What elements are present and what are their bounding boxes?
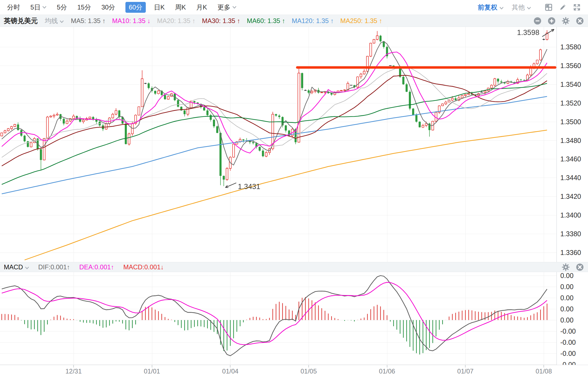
date-tick [465,365,466,368]
macd-chart-canvas[interactable] [0,272,557,365]
ma-legend-item-6: MA250: 1.35 ↑ [340,17,382,25]
toolbar-item-7[interactable]: 周K [175,3,186,12]
forex-chart-app: 分时5日5分15分30分60分日K周K月K更多 前复权 其他 英镑兑美元 均线 … [0,0,588,377]
price-tick-label: 1.3580 [560,43,581,51]
arrow-up-icon: ↑ [67,263,70,271]
toolbar-item-label: 月K [196,3,207,12]
chart-controls [528,17,584,25]
grid-icon[interactable] [545,3,553,11]
arrow-up-icon: ↑ [102,17,106,24]
ma-legend-item-1: MA10: 1.35 ↓ [112,17,150,25]
date-tick-label: 01/07 [457,368,473,375]
price-tick-label: 1.3540 [560,80,581,88]
toolbar-item-2[interactable]: 5分 [57,3,67,12]
macd-stat-1: DEA:0.001↑ [79,263,114,271]
date-tick-label: 01/08 [536,368,552,375]
expand-icon[interactable] [573,3,581,11]
toolbar-item-label: 30分 [101,3,115,12]
date-tick [543,365,544,368]
price-tick-label: 1.3420 [560,193,581,200]
date-tick-label: 01/05 [301,368,317,375]
price-tick-label: 1.3480 [560,136,581,144]
date-axis: 12/3101/0101/0401/0501/0601/0701/08 [0,365,588,377]
other-dropdown[interactable]: 其他 [512,3,531,12]
price-tick-label: 1.3560 [560,62,581,69]
macd-stat-0: DIF:0.001↑ [38,263,70,271]
macd-close-icon[interactable] [576,263,584,271]
date-tick-label: 01/01 [144,368,160,375]
macd-tick-label: 0.00 [560,283,574,291]
minus-icon[interactable] [533,17,542,25]
other-label: 其他 [512,3,525,12]
chevron-down-icon [527,4,531,11]
toolbar-item-label: 日K [154,3,165,12]
price-tick-label: 1.3460 [560,155,581,163]
toolbar-item-label: 60分 [129,3,143,12]
date-tick [73,365,74,368]
arrow-up-icon: ↑ [192,17,195,24]
price-tick-label: 1.3500 [560,118,581,126]
ma-legend-item-0: MA5: 1.35 ↑ [71,17,106,25]
macd-title-label: MACD [4,263,23,271]
chevron-down-icon [500,4,504,11]
toolbar-item-3[interactable]: 15分 [77,3,91,12]
date-tick-label: 01/04 [222,368,238,375]
toolbar-item-label: 5分 [57,3,67,12]
symbol-name: 英镑兑美元 [4,16,38,25]
ma-legend-item-2: MA20: 1.35 ↑ [157,17,195,25]
date-tick [387,365,387,368]
date-tick-label: 01/06 [379,368,395,375]
toolbar-item-5[interactable]: 60分 [125,2,146,13]
toolbar-item-1[interactable]: 5日 [30,3,46,12]
price-axis: 1.35801.35601.35401.35201.35001.34801.34… [557,27,588,262]
ma-legend-bar: 英镑兑美元 均线 MA5: 1.35 ↑MA10: 1.35 ↓MA20: 1.… [0,15,588,27]
macd-values: DIF:0.001↑DEA:0.001↑MACD:0.001↓ [29,263,164,271]
macd-indicator-dropdown[interactable]: MACD [4,263,29,271]
ma-legend-item-5: MA120: 1.35 ↑ [292,17,334,25]
ma-values: MA5: 1.35 ↑MA10: 1.35 ↓MA20: 1.35 ↑MA30:… [71,17,389,25]
price-tick-label: 1.3380 [560,230,581,238]
macd-tick-label: -0.00 [560,327,576,335]
toolbar-item-label: 15分 [77,3,91,12]
plus-icon[interactable] [547,17,556,25]
chevron-down-icon [60,17,64,25]
macd-gear-icon[interactable] [561,263,570,271]
adjust-mode-dropdown[interactable]: 前复权 [478,3,504,12]
arrow-up-icon: ↑ [331,17,334,24]
macd-tick-label: 0.00 [560,305,574,313]
macd-axis: 0.000.000.000.000.00-0.00-0.00-0.00-0.00 [557,272,588,365]
toolbar-item-4[interactable]: 30分 [101,3,115,12]
gear-icon[interactable] [561,17,570,25]
toolbar-item-8[interactable]: 月K [196,3,207,12]
candlestick-chart-canvas[interactable] [0,27,557,262]
close-icon[interactable] [576,17,584,25]
macd-tick-label: 0.00 [560,294,574,302]
toolbar-item-0[interactable]: 分时 [7,3,20,12]
arrow-up-icon: ↑ [111,263,114,271]
toolbar-item-6[interactable]: 日K [154,3,165,12]
period-tabs: 分时5日5分15分30分60分日K周K月K更多 [7,2,247,13]
macd-stat-2: MACD:0.001↓ [123,263,164,271]
date-tick [152,365,152,368]
ma-toggle-dropdown[interactable]: 均线 [45,17,64,25]
price-tick-label: 1.3360 [560,248,581,256]
toolbar-item-label: 周K [175,3,186,12]
price-tick-label: 1.3400 [560,211,581,219]
period-toolbar: 分时5日5分15分30分60分日K周K月K更多 前复权 其他 [0,0,588,15]
brush-icon[interactable] [559,3,567,11]
date-tick [230,365,230,368]
arrow-down-icon: ↓ [147,17,150,24]
macd-panel: 0.000.000.000.000.00-0.00-0.00-0.00-0.00 [0,272,588,365]
toolbar-icon-group [539,3,581,11]
adjust-mode-label: 前复权 [478,3,497,12]
price-tick-label: 1.3520 [560,99,581,107]
macd-tick-label: -0.00 [560,350,576,357]
macd-header-bar: MACD DIF:0.001↑DEA:0.001↑MACD:0.001↓ [0,262,588,272]
macd-controls [556,263,584,271]
toolbar-item-9[interactable]: 更多 [217,3,236,12]
arrow-down-icon: ↓ [161,263,164,271]
toolbar-item-label: 分时 [7,3,20,12]
arrow-up-icon: ↑ [282,17,285,24]
macd-tick-label: 0.00 [560,316,574,324]
toolbar-item-label: 5日 [30,3,40,12]
